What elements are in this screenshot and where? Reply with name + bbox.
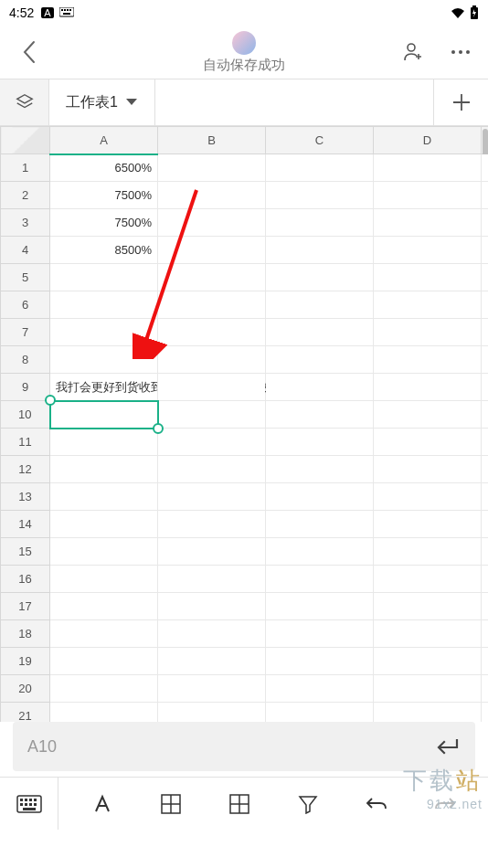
cell[interactable]: [374, 538, 482, 566]
cell[interactable]: [158, 154, 266, 182]
row-header[interactable]: 14: [1, 511, 50, 538]
cell[interactable]: [158, 593, 266, 620]
avatar[interactable]: [232, 31, 256, 55]
redo-button[interactable]: [429, 788, 461, 820]
cell[interactable]: [158, 237, 266, 264]
row-header[interactable]: 8: [1, 346, 50, 374]
cell[interactable]: [158, 429, 266, 456]
borders-button[interactable]: [154, 788, 187, 820]
cell[interactable]: [158, 703, 266, 723]
add-sheet-button[interactable]: [433, 79, 488, 125]
filter-button[interactable]: [292, 788, 324, 820]
cell[interactable]: [374, 182, 482, 209]
cell[interactable]: [158, 483, 266, 511]
cell[interactable]: [158, 182, 266, 209]
cell[interactable]: [266, 401, 374, 429]
row-header[interactable]: 7: [1, 319, 50, 346]
row-header[interactable]: 9: [1, 374, 50, 401]
cell[interactable]: [50, 429, 158, 456]
back-button[interactable]: [16, 39, 42, 65]
formula-bar[interactable]: A10: [13, 722, 475, 771]
cell[interactable]: [374, 456, 482, 483]
cell[interactable]: [50, 593, 158, 620]
cell[interactable]: [158, 538, 266, 566]
cell[interactable]: [158, 620, 266, 648]
spreadsheet[interactable]: ABCD16500%27500%37500%48500%56789我打会更好到货…: [0, 126, 488, 722]
enter-button[interactable]: [433, 733, 461, 760]
cell[interactable]: [50, 648, 158, 675]
cell[interactable]: [374, 566, 482, 593]
cell[interactable]: [266, 566, 374, 593]
cell[interactable]: [158, 456, 266, 483]
more-menu-button[interactable]: [450, 49, 472, 55]
cell[interactable]: [374, 319, 482, 346]
column-header-C[interactable]: C: [266, 127, 374, 154]
cell[interactable]: [50, 264, 158, 291]
cell[interactable]: [50, 456, 158, 483]
row-header[interactable]: 6: [1, 291, 50, 319]
cell[interactable]: [50, 483, 158, 511]
cells-button[interactable]: [223, 788, 256, 820]
cell[interactable]: [50, 401, 158, 429]
cell[interactable]: [158, 264, 266, 291]
cell[interactable]: [266, 456, 374, 483]
cell[interactable]: [158, 291, 266, 319]
row-header[interactable]: 21: [1, 703, 50, 723]
cell[interactable]: [266, 538, 374, 566]
cell[interactable]: [374, 264, 482, 291]
cell[interactable]: [266, 620, 374, 648]
row-header[interactable]: 2: [1, 182, 50, 209]
cell[interactable]: [374, 511, 482, 538]
row-header[interactable]: 11: [1, 429, 50, 456]
row-header[interactable]: 5: [1, 264, 50, 291]
row-header[interactable]: 16: [1, 566, 50, 593]
cell[interactable]: 7500%: [50, 209, 158, 237]
cell[interactable]: [374, 401, 482, 429]
selection-handle[interactable]: [153, 423, 164, 434]
cell[interactable]: [374, 291, 482, 319]
select-all-corner[interactable]: [1, 127, 50, 154]
cell[interactable]: [266, 209, 374, 237]
row-header[interactable]: 19: [1, 648, 50, 675]
cell[interactable]: [266, 511, 374, 538]
cell[interactable]: [374, 648, 482, 675]
column-header-D[interactable]: D: [374, 127, 482, 154]
cell[interactable]: [158, 374, 266, 401]
font-format-button[interactable]: [86, 788, 119, 820]
cell[interactable]: [374, 374, 482, 401]
cell[interactable]: [266, 675, 374, 703]
cell[interactable]: [158, 566, 266, 593]
cell[interactable]: [374, 620, 482, 648]
sheet-layers-button[interactable]: [0, 79, 49, 125]
cell[interactable]: 8500%: [50, 237, 158, 264]
cell[interactable]: [266, 648, 374, 675]
cell[interactable]: [158, 511, 266, 538]
cell[interactable]: [374, 703, 482, 723]
cell[interactable]: 我打会更好到货收到符合红花岗股票广交会费: [50, 374, 158, 401]
cell[interactable]: [50, 538, 158, 566]
cell[interactable]: [50, 566, 158, 593]
cell[interactable]: [374, 209, 482, 237]
cell[interactable]: [50, 346, 158, 374]
cell[interactable]: [158, 209, 266, 237]
cell[interactable]: [158, 346, 266, 374]
row-header[interactable]: 3: [1, 209, 50, 237]
selection-handle[interactable]: [45, 395, 56, 406]
row-header[interactable]: 18: [1, 620, 50, 648]
undo-button[interactable]: [360, 788, 393, 820]
column-header-B[interactable]: B: [158, 127, 266, 154]
add-user-button[interactable]: [402, 41, 424, 63]
cell[interactable]: [158, 675, 266, 703]
keyboard-toggle-button[interactable]: [0, 778, 58, 830]
cell[interactable]: [50, 675, 158, 703]
cell[interactable]: [158, 319, 266, 346]
row-header[interactable]: 10: [1, 401, 50, 429]
row-header[interactable]: 4: [1, 237, 50, 264]
cell[interactable]: [266, 374, 374, 401]
sheet-tab-active[interactable]: 工作表1: [49, 79, 155, 125]
cell[interactable]: [266, 264, 374, 291]
cell[interactable]: [50, 620, 158, 648]
row-header[interactable]: 15: [1, 538, 50, 566]
cell[interactable]: [374, 154, 482, 182]
cell[interactable]: [374, 483, 482, 511]
